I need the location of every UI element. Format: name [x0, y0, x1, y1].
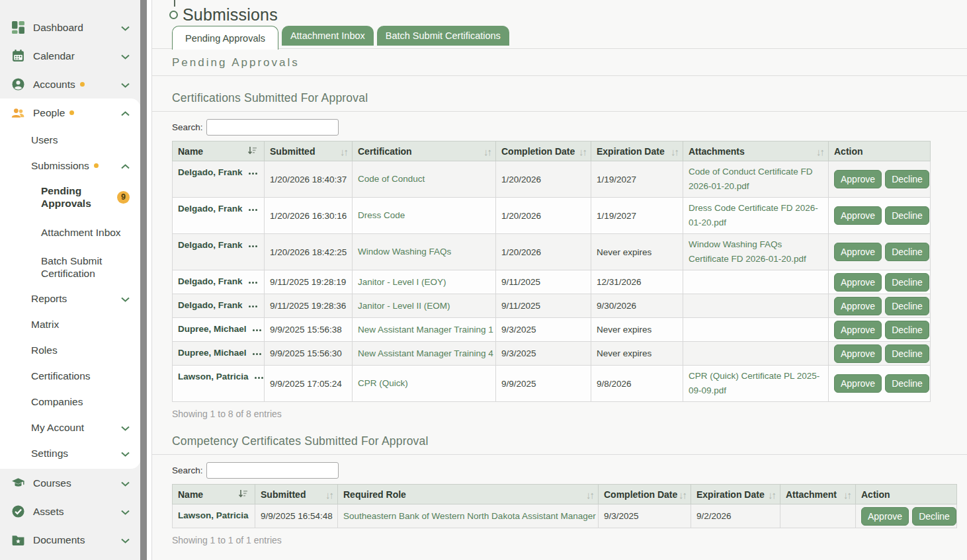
sidebar-item-courses[interactable]: Courses — [0, 469, 140, 497]
approve-button[interactable]: Approve — [834, 170, 882, 188]
certification-link[interactable]: New Assistant Manager Training 4 — [358, 348, 493, 358]
search-input[interactable] — [206, 462, 339, 479]
column-header-completion-date[interactable]: Completion Date↓↑ — [599, 485, 691, 504]
section-title: Pending Approvals — [172, 56, 967, 69]
approve-button[interactable]: Approve — [834, 273, 882, 292]
column-header-name[interactable]: Name — [173, 485, 255, 504]
attachment-link[interactable]: Dress Code Certificate FD 2026-01-20.pdf — [689, 203, 818, 227]
decline-button[interactable]: Decline — [912, 507, 956, 526]
approve-button[interactable]: Approve — [834, 321, 882, 339]
sidebar-item-batch-submit-certification[interactable]: Batch Submit Certification — [0, 249, 140, 286]
decline-button[interactable]: Decline — [885, 374, 929, 393]
approve-button[interactable]: Approve — [834, 374, 882, 393]
approve-button[interactable]: Approve — [834, 243, 882, 261]
sidebar-item-people[interactable]: People — [0, 99, 140, 127]
sidebar-scrollbar[interactable] — [140, 0, 147, 560]
decline-button[interactable]: Decline — [885, 344, 929, 363]
expiration-date-cell: 1/19/2027 — [591, 198, 683, 234]
chevron-down-icon — [121, 506, 130, 518]
submitted-cell: 9/11/2025 19:28:19 — [265, 270, 353, 294]
submitted-cell: 9/11/2025 19:28:36 — [265, 294, 353, 318]
tab-attachment-inbox[interactable]: Attachment Inbox — [282, 26, 374, 46]
sidebar-item-documents[interactable]: Documents — [0, 526, 140, 554]
row-menu-icon[interactable] — [249, 305, 257, 307]
attachment-link[interactable]: Code of Conduct Certificate FD 2026-01-2… — [689, 167, 813, 191]
name-cell: Delgado, Frank — [173, 270, 265, 294]
required-role-link[interactable]: Southeastern Bank of Western North Dakot… — [343, 511, 596, 521]
sidebar-item-matrix[interactable]: Matrix — [0, 311, 140, 337]
approve-button[interactable]: Approve — [834, 206, 882, 225]
sidebar-item-my-account[interactable]: My Account — [0, 415, 140, 440]
completion-date-cell: 9/3/2025 — [496, 318, 591, 342]
certification-link[interactable]: CPR (Quick) — [358, 378, 408, 388]
sidebar-item-roles[interactable]: Roles — [0, 337, 140, 363]
column-header-expiration-date[interactable]: Expiration Date↓↑ — [591, 141, 683, 161]
approve-button[interactable]: Approve — [834, 344, 882, 363]
certification-link[interactable]: Window Washing FAQs — [358, 247, 451, 257]
certification-link[interactable]: Janitor - Level I (EOY) — [358, 277, 446, 287]
action-cell: ApproveDecline — [829, 161, 931, 198]
notification-dot — [69, 110, 74, 115]
sidebar-item-assets[interactable]: Assets — [0, 497, 140, 526]
decline-button[interactable]: Decline — [885, 273, 929, 292]
sidebar-item-dashboard[interactable]: Dashboard — [0, 13, 140, 42]
row-menu-icon[interactable] — [255, 377, 263, 379]
sidebar-item-users[interactable]: Users — [0, 127, 140, 153]
sidebar-item-attachment-inbox[interactable]: Attachment Inbox — [0, 216, 140, 249]
sidebar-item-pending-approvals[interactable]: Pending Approvals9 — [0, 179, 140, 216]
sidebar-item-submissions[interactable]: Submissions — [0, 153, 140, 179]
expiration-date-cell: Never expires — [591, 234, 683, 270]
sidebar-item-accounts[interactable]: Accounts — [0, 70, 140, 99]
sort-icon: ↓↑ — [679, 489, 686, 500]
column-header-attachments[interactable]: Attachments↓↑ — [683, 141, 829, 161]
sidebar-item-label: Users — [31, 134, 58, 146]
decline-button[interactable]: Decline — [885, 297, 929, 315]
row-menu-icon[interactable] — [253, 353, 261, 355]
sidebar-item-companies[interactable]: Companies — [0, 389, 140, 415]
column-header-expiration-date[interactable]: Expiration Date↓↑ — [691, 485, 780, 504]
attachment-cell — [780, 504, 856, 528]
completion-date-cell: 1/20/2026 — [496, 234, 591, 270]
column-header-certification[interactable]: Certification↓↑ — [353, 141, 496, 161]
row-menu-icon[interactable] — [249, 209, 257, 211]
tab-pending-approvals[interactable]: Pending Approvals — [172, 26, 278, 50]
certification-cell: New Assistant Manager Training 1 — [353, 318, 496, 342]
column-header-attachment[interactable]: Attachment↓↑ — [780, 485, 856, 504]
certification-link[interactable]: Janitor - Level II (EOM) — [358, 301, 450, 311]
decline-button[interactable]: Decline — [885, 170, 929, 188]
name-cell: Delgado, Frank — [173, 294, 265, 318]
search-input[interactable] — [206, 119, 339, 136]
sidebar-item-certifications[interactable]: Certifications — [0, 363, 140, 389]
row-menu-icon[interactable] — [249, 282, 257, 284]
decline-button[interactable]: Decline — [885, 206, 929, 225]
certification-link[interactable]: Dress Code — [358, 210, 405, 220]
row-menu-icon[interactable] — [253, 329, 261, 331]
approve-button[interactable]: Approve — [834, 297, 882, 315]
column-header-required-role[interactable]: Required Role↓↑ — [338, 485, 599, 504]
sidebar-item-label: Settings — [31, 447, 68, 460]
row-menu-icon[interactable] — [249, 173, 257, 175]
attachment-link[interactable]: Window Washing FAQs Certificate FD 2026-… — [689, 239, 806, 264]
sidebar-item-label: My Account — [31, 421, 84, 434]
sidebar-item-reports[interactable]: Reports — [0, 286, 140, 311]
sidebar-item-settings[interactable]: Settings — [0, 440, 140, 466]
approve-button[interactable]: Approve — [861, 507, 909, 526]
certification-link[interactable]: New Assistant Manager Training 1 — [358, 325, 493, 335]
column-header-completion-date[interactable]: Completion Date↓↑ — [496, 141, 591, 161]
column-header-submitted[interactable]: Submitted↓↑ — [265, 141, 353, 161]
courses-icon — [11, 476, 25, 490]
tab-batch-submit-certifications[interactable]: Batch Submit Certifications — [377, 26, 509, 46]
column-header-submitted[interactable]: Submitted↓↑ — [255, 485, 338, 504]
certification-link[interactable]: Code of Conduct — [358, 174, 425, 184]
sort-icon: ↓↑ — [325, 489, 333, 500]
decline-button[interactable]: Decline — [885, 243, 929, 261]
sorted-asc-icon — [247, 146, 257, 157]
chevron-down-icon — [121, 292, 130, 305]
row-menu-icon[interactable] — [249, 245, 257, 247]
attachment-link[interactable]: CPR (Quick) Certificate PL 2025-09-09.pd… — [689, 371, 820, 395]
decline-button[interactable]: Decline — [885, 321, 929, 339]
sidebar-item-calendar[interactable]: Calendar — [0, 42, 140, 70]
competency-heading-block: Competency Certificates Submitted For Ap… — [152, 434, 967, 455]
competency-search: Search: — [172, 462, 967, 479]
column-header-name[interactable]: Name — [173, 141, 265, 161]
